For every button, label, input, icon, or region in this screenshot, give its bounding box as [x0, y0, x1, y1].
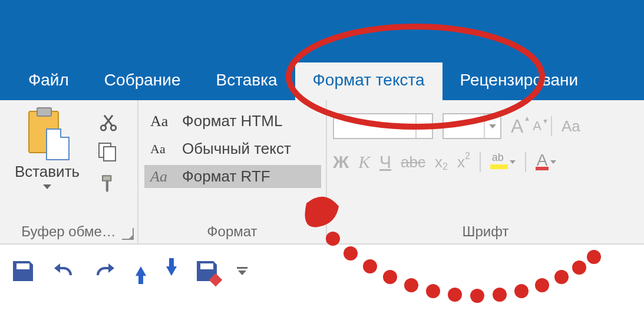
shrink-font-button[interactable]: A▾ [533, 118, 541, 134]
svg-point-0 [101, 126, 106, 131]
ribbon: Вставить Буфер обме… Aa [0, 100, 644, 245]
chevron-down-icon[interactable] [550, 160, 556, 164]
aa-icon: Aa [562, 117, 580, 136]
paste-button[interactable]: Вставить [6, 106, 88, 189]
font-name-combo[interactable] [333, 113, 433, 139]
copy-button[interactable] [98, 143, 118, 163]
group-font-label: Шрифт [333, 221, 638, 241]
previous-item-button[interactable] [136, 266, 146, 276]
subscript-index: 2 [442, 161, 448, 172]
format-rtf-option[interactable]: Aa Формат RTF [144, 165, 321, 188]
subscript-base: x [435, 153, 442, 171]
arrow-up-icon [136, 266, 146, 276]
chevron-down-icon[interactable] [43, 184, 51, 189]
tab-review[interactable]: Рецензировани [442, 62, 596, 100]
aa-icon: Aa [150, 168, 175, 186]
chevron-down-icon[interactable] [415, 114, 432, 138]
paste-icon [25, 110, 70, 160]
save-button[interactable] [13, 261, 33, 281]
separator [551, 116, 552, 136]
separator [480, 152, 481, 172]
format-painter-button[interactable] [98, 173, 118, 193]
clipboard-dialog-launcher[interactable] [122, 228, 134, 240]
next-item-button[interactable] [166, 266, 177, 276]
superscript-index: 2 [465, 151, 470, 161]
grow-font-button[interactable]: A▴ [511, 116, 523, 137]
font-size-combo[interactable] [442, 113, 501, 139]
tab-format-text[interactable]: Формат текста [295, 62, 442, 100]
format-plain-label: Обычный текст [182, 140, 291, 158]
subscript-button[interactable]: x2 [435, 153, 448, 171]
format-html-label: Формат HTML [182, 112, 282, 130]
quick-access-toolbar [0, 245, 644, 298]
separator [525, 152, 526, 172]
save-icon [13, 261, 33, 281]
highlight-color-button[interactable] [490, 155, 516, 169]
redo-button[interactable] [94, 262, 115, 280]
highlight-icon [490, 155, 508, 169]
group-clipboard-label: Буфер обме… [6, 221, 131, 241]
aa-icon: Aa [150, 113, 175, 130]
italic-button[interactable]: К [358, 152, 370, 172]
group-font: A▴ A▾ Aa Ж К Ч abc x2 x2 [327, 100, 644, 243]
paste-label: Вставить [15, 163, 80, 181]
save-and-edit-button[interactable] [197, 261, 217, 281]
strikethrough-button[interactable]: abc [401, 153, 425, 171]
format-html-option[interactable]: Aa Формат HTML [144, 110, 321, 133]
font-color-button[interactable]: A [536, 154, 557, 170]
group-clipboard: Вставить Буфер обме… [0, 100, 138, 243]
customize-qat-button[interactable] [237, 267, 247, 275]
underline-button[interactable]: Ч [379, 152, 391, 172]
ribbon-tabstrip: Файл Собрание Вставка Формат текста Реце… [0, 0, 644, 100]
bold-button[interactable]: Ж [333, 152, 349, 172]
superscript-button[interactable]: x2 [457, 153, 470, 171]
superscript-base: x [457, 153, 465, 171]
arrow-down-icon [166, 266, 177, 276]
cut-button[interactable] [98, 112, 118, 132]
undo-button[interactable] [53, 262, 74, 280]
chevron-down-icon[interactable] [510, 160, 516, 164]
format-plain-option[interactable]: Aa Обычный текст [144, 137, 321, 160]
font-color-icon: A [536, 154, 549, 170]
tab-file[interactable]: Файл [11, 62, 87, 100]
tab-meeting[interactable]: Собрание [87, 62, 199, 100]
chevron-down-icon[interactable] [484, 114, 500, 138]
svg-point-1 [111, 126, 116, 131]
change-styles-button[interactable]: Aa [562, 117, 580, 136]
group-format: Aa Формат HTML Aa Обычный текст Aa Форма… [138, 100, 327, 243]
tab-insert[interactable]: Вставка [199, 62, 295, 100]
format-rtf-label: Формат RTF [182, 167, 270, 186]
group-format-label: Формат [144, 221, 320, 241]
aa-icon: Aa [150, 141, 175, 157]
